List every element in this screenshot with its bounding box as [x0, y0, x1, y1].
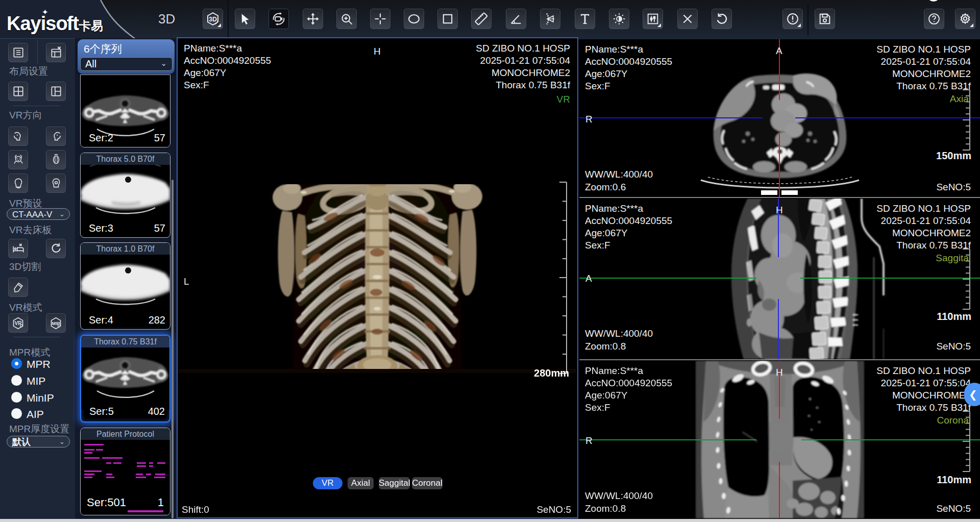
svg-text:3D: 3D [209, 16, 217, 23]
svg-text:MIP: MIP [52, 321, 60, 326]
svg-text:VR: VR [14, 320, 22, 326]
